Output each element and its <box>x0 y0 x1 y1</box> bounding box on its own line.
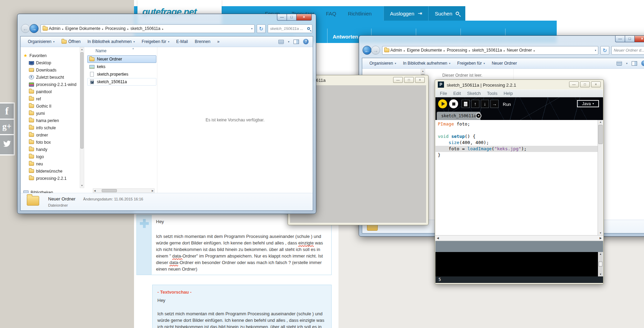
breadcrumb-arrow-icon[interactable]: ▸ <box>127 28 130 31</box>
scroll-up-icon[interactable]: ▲ <box>598 252 603 256</box>
explorer-window-sketch[interactable]: — □ × ← → Admin▸Eigene Dokumente▸Process… <box>17 14 316 214</box>
breadcrumb-item[interactable]: Processing <box>446 48 468 53</box>
breadcrumb-arrow-icon[interactable]: ▸ <box>62 28 64 31</box>
scroll-thumb[interactable] <box>102 189 117 192</box>
scroll-up-icon[interactable]: ▲ <box>80 47 84 52</box>
organize-menu[interactable]: Organisieren▾ <box>25 38 58 45</box>
minimize-button[interactable]: — <box>615 36 625 42</box>
editor-hscrollbar[interactable]: ◀ ▶ <box>435 235 603 241</box>
breadcrumb-item[interactable]: Neuer Ordner <box>506 48 533 53</box>
export-button[interactable]: → <box>490 100 499 108</box>
code-line[interactable]: foto = loadImage("keks.jpg"); <box>435 146 598 152</box>
maximize-button[interactable]: □ <box>287 14 297 21</box>
close-button[interactable]: × <box>415 77 425 83</box>
minimize-button[interactable]: — <box>277 14 287 21</box>
maximize-button[interactable]: □ <box>580 81 590 87</box>
organize-menu[interactable]: Organisieren▾ <box>366 59 399 67</box>
views-icon[interactable] <box>278 40 284 44</box>
console-scrollbar[interactable]: ▲ ▼ <box>598 252 603 276</box>
share-menu[interactable]: Freigeben für▾ <box>454 59 488 67</box>
sidebar-item-hama-perlen[interactable]: hama perlen <box>21 117 80 124</box>
menu-item-edit[interactable]: Edit <box>450 91 464 96</box>
breadcrumb-arrow-icon[interactable]: ▸ <box>101 28 104 31</box>
sidebar-item-foto-box[interactable]: foto box <box>21 139 80 146</box>
nav-link-richtlinien[interactable]: Richtlinien <box>348 11 371 17</box>
breadcrumb-item[interactable]: Admin <box>389 48 403 53</box>
breadcrumb-item[interactable]: Processing <box>104 26 126 31</box>
toolbar-overflow[interactable]: » <box>214 38 223 45</box>
favorites-header[interactable]: ★ Favoriten <box>21 52 80 59</box>
sidebar-item-info-schule[interactable]: info schule <box>21 124 80 131</box>
address-dropdown-icon[interactable]: ▾ <box>595 49 596 52</box>
scroll-up-icon[interactable]: ▲ <box>598 120 603 124</box>
breadcrumb-arrow-icon[interactable]: ▸ <box>468 49 471 52</box>
libraries-header[interactable]: Bibliotheken <box>21 189 53 193</box>
preview-pane-icon[interactable] <box>293 40 299 44</box>
code-line[interactable] <box>435 127 598 133</box>
file-row-sketch-properties[interactable]: sketch.properties <box>87 70 156 78</box>
breadcrumb-item[interactable]: Eigene Dokumente <box>64 26 101 31</box>
preview-pane-icon[interactable] <box>632 61 637 66</box>
breadcrumb[interactable]: Admin▸Eigene Dokumente▸Processing▸sketch… <box>41 24 255 33</box>
back-button[interactable]: ← <box>363 46 371 55</box>
filelist-hscrollbar[interactable]: ◀ ▶ <box>93 188 155 193</box>
scroll-left-icon[interactable]: ◀ <box>94 189 96 192</box>
sketch-tab[interactable]: sketch_150611a <box>437 112 480 120</box>
maximize-button[interactable]: □ <box>404 77 414 83</box>
code-editor[interactable]: PImage foto; void setup() { size(400, 40… <box>435 120 603 235</box>
sidebar-scrollbar[interactable]: ▲ ▼ <box>80 47 84 188</box>
search-box[interactable]: sketch_150611a ... <box>268 24 312 33</box>
help-icon[interactable]: ? <box>303 39 309 44</box>
sidebar-item-gothic-ii[interactable]: Gothic II <box>21 102 80 110</box>
scroll-thumb[interactable] <box>80 52 84 149</box>
maximize-button[interactable]: □ <box>625 36 635 42</box>
mode-selector[interactable]: Java ▾ <box>577 100 599 107</box>
file-row-neuer-ordner[interactable]: Neuer Ordner <box>87 55 156 63</box>
sidebar-item-downloads[interactable]: Downloads <box>21 66 80 74</box>
sidebar-item-painttool[interactable]: painttool <box>21 88 80 95</box>
close-button[interactable]: × <box>296 14 312 21</box>
breadcrumb-item[interactable]: sketch_150611a <box>471 48 503 53</box>
code-line[interactable]: PImage foto; <box>435 121 598 127</box>
stop-button[interactable] <box>449 99 458 108</box>
sidebar-item-processing-2-2-1-wind[interactable]: processing-2.2.1-wind <box>21 81 80 88</box>
sidebar-item-desktop[interactable]: Desktop <box>21 59 80 66</box>
tab-antworten[interactable]: Antworten <box>333 34 358 40</box>
library-menu[interactable]: In Bibliothek aufnehmen▾ <box>400 59 454 67</box>
menu-item-tools[interactable]: Tools <box>484 91 500 96</box>
sidebar-item-logo[interactable]: logo <box>21 153 80 160</box>
minimize-button[interactable]: — <box>569 81 579 87</box>
breadcrumb-item[interactable]: Eigene Dokumente <box>406 48 443 53</box>
logout-button[interactable]: Ausloggen ⇥ <box>384 6 428 21</box>
library-menu[interactable]: In Bibliothek aufnehmen▾ <box>85 38 138 45</box>
forward-button[interactable]: → <box>30 24 38 33</box>
scroll-right-icon[interactable]: ▶ <box>152 189 154 192</box>
scroll-thumb[interactable] <box>599 262 602 266</box>
plus-icon[interactable] <box>140 219 149 228</box>
scroll-down-icon[interactable]: ▼ <box>598 231 603 235</box>
breadcrumb-arrow-icon[interactable]: ▸ <box>403 49 406 52</box>
forward-button[interactable]: → <box>371 46 380 55</box>
code-line[interactable]: void setup() { <box>435 133 598 140</box>
search-box[interactable]: Neuer Ordner d... <box>611 46 644 55</box>
scroll-thumb[interactable] <box>598 125 603 144</box>
views-icon[interactable] <box>617 61 622 66</box>
burn-button[interactable]: Brennen <box>192 38 213 45</box>
help-icon[interactable]: ? <box>641 61 644 66</box>
menu-item-help[interactable]: Help <box>500 91 516 96</box>
sidebar-item-ref[interactable]: ref <box>21 95 80 102</box>
code-line[interactable]: } <box>435 152 598 158</box>
breadcrumb-arrow-icon[interactable]: ▸ <box>503 49 506 52</box>
scroll-up-icon[interactable]: ▲ <box>421 69 425 73</box>
site-search-button[interactable]: Suchen <box>428 6 465 21</box>
breadcrumb[interactable]: Admin▸Eigene Dokumente▸Processing▸sketch… <box>382 46 598 55</box>
googleplus-icon[interactable]: g+ <box>0 120 14 134</box>
nav-link-faq[interactable]: FAQ <box>326 11 336 17</box>
open-button[interactable]: ↑ <box>471 100 479 108</box>
scroll-left-icon[interactable]: ◀ <box>437 237 439 240</box>
save-button[interactable]: ↓ <box>481 100 489 108</box>
close-button[interactable]: × <box>634 36 644 42</box>
scroll-down-icon[interactable]: ▼ <box>80 184 84 188</box>
editor-scrollbar[interactable]: ▲ ▼ <box>598 120 603 235</box>
scroll-down-icon[interactable]: ▼ <box>598 272 603 276</box>
